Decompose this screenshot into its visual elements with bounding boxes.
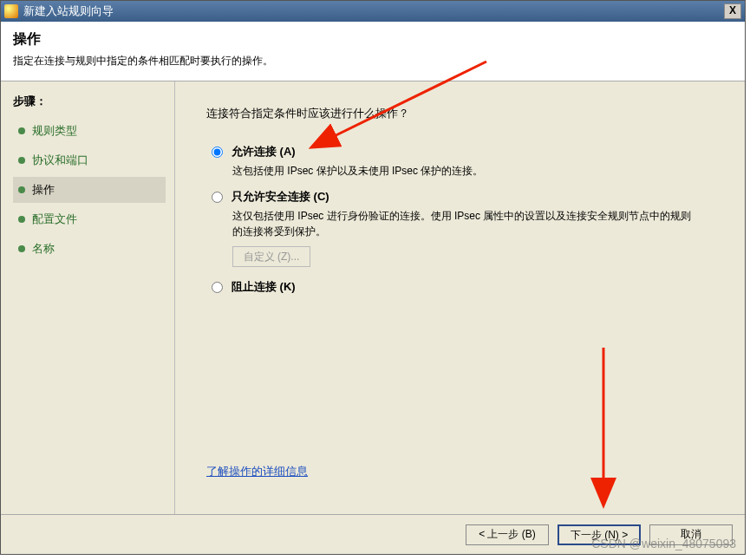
action-radio-group: 允许连接 (A) 这包括使用 IPsec 保护以及未使用 IPsec 保护的连接… [212, 144, 719, 305]
step-label: 规则类型 [32, 123, 77, 139]
option-secure: 只允许安全连接 (C) 这仅包括使用 IPsec 进行身份验证的连接。使用 IP… [212, 189, 719, 267]
radio-block[interactable]: 阻止连接 (K) [212, 279, 719, 295]
step-protocol-port[interactable]: 协议和端口 [13, 147, 166, 173]
next-button[interactable]: 下一步 (N) > [558, 524, 641, 545]
radio-allow-input[interactable] [212, 147, 223, 158]
window-title: 新建入站规则向导 [23, 3, 724, 19]
wizard-main: 连接符合指定条件时应该进行什么操作？ 允许连接 (A) 这包括使用 IPsec … [174, 81, 745, 514]
bullet-icon [18, 186, 25, 193]
step-label: 操作 [32, 182, 55, 198]
step-label: 配置文件 [32, 212, 77, 227]
radio-secure-input[interactable] [212, 192, 223, 203]
wizard-footer: < 上一步 (B) 下一步 (N) > 取消 [1, 514, 745, 554]
step-profile[interactable]: 配置文件 [13, 206, 166, 232]
option-block: 阻止连接 (K) [212, 279, 719, 295]
steps-sidebar: 步骤： 规则类型 协议和端口 操作 配置文件 名称 [1, 81, 174, 514]
learn-more-link[interactable]: 了解操作的详细信息 [206, 464, 719, 479]
radio-secure[interactable]: 只允许安全连接 (C) [212, 189, 719, 205]
radio-block-input[interactable] [212, 282, 223, 293]
step-rule-type[interactable]: 规则类型 [13, 118, 166, 144]
page-description: 指定在连接与规则中指定的条件相匹配时要执行的操作。 [13, 54, 733, 68]
titlebar: 新建入站规则向导 X [1, 1, 745, 22]
radio-secure-label: 只允许安全连接 (C) [232, 189, 329, 205]
wizard-header: 操作 指定在连接与规则中指定的条件相匹配时要执行的操作。 [1, 22, 745, 81]
step-label: 名称 [32, 241, 55, 257]
wizard-body: 步骤： 规则类型 协议和端口 操作 配置文件 名称 [1, 81, 745, 514]
prompt-text: 连接符合指定条件时应该进行什么操作？ [206, 106, 719, 121]
bullet-icon [18, 245, 25, 252]
close-button[interactable]: X [724, 3, 741, 19]
option-allow: 允许连接 (A) 这包括使用 IPsec 保护以及未使用 IPsec 保护的连接… [212, 144, 719, 179]
back-button[interactable]: < 上一步 (B) [466, 524, 549, 545]
bullet-icon [18, 157, 25, 164]
step-label: 协议和端口 [32, 153, 88, 168]
wizard-window: 新建入站规则向导 X 操作 指定在连接与规则中指定的条件相匹配时要执行的操作。 … [0, 0, 746, 555]
radio-block-label: 阻止连接 (K) [232, 279, 296, 295]
cancel-button[interactable]: 取消 [649, 524, 733, 545]
radio-allow-desc: 这包括使用 IPsec 保护以及未使用 IPsec 保护的连接。 [232, 163, 701, 179]
step-name[interactable]: 名称 [13, 236, 166, 262]
page-title: 操作 [13, 30, 733, 49]
radio-secure-desc: 这仅包括使用 IPsec 进行身份验证的连接。使用 IPsec 属性中的设置以及… [232, 208, 701, 239]
customize-button: 自定义 (Z)... [232, 246, 310, 267]
radio-allow[interactable]: 允许连接 (A) [212, 144, 719, 160]
steps-heading: 步骤： [13, 94, 166, 109]
app-icon [4, 4, 18, 18]
step-action[interactable]: 操作 [13, 177, 166, 203]
bullet-icon [18, 127, 25, 134]
bullet-icon [18, 216, 25, 223]
radio-allow-label: 允许连接 (A) [232, 144, 296, 160]
